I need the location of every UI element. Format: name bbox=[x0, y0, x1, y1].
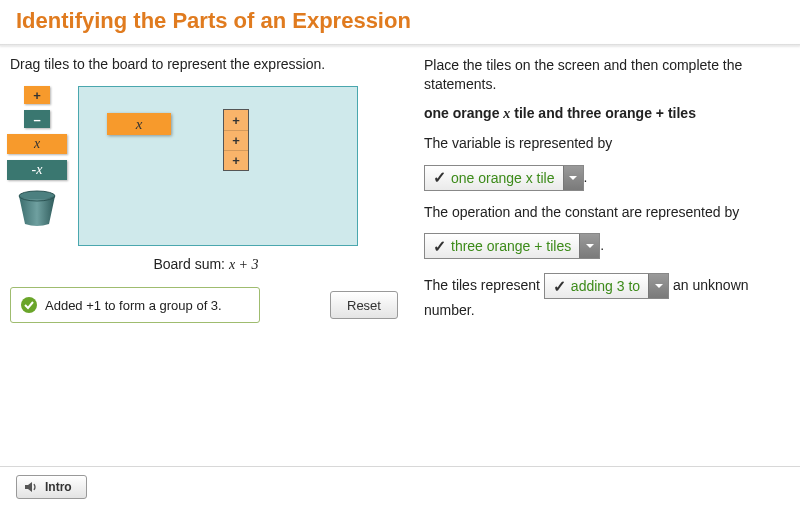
intro-button[interactable]: Intro bbox=[16, 475, 87, 499]
checkmark-icon: ✓ bbox=[433, 168, 446, 187]
bold-statement: one orange x tile and three orange + til… bbox=[424, 104, 784, 124]
placed-plus-1[interactable]: + bbox=[224, 110, 248, 130]
statement-1: The variable is represented by bbox=[424, 134, 784, 153]
board-sum-expr: x + 3 bbox=[229, 257, 259, 272]
select-operation[interactable]: ✓three orange + tiles bbox=[424, 233, 600, 259]
speaker-icon bbox=[23, 479, 39, 495]
left-instruction: Drag tiles to the board to represent the… bbox=[10, 56, 406, 72]
right-instruction: Place the tiles on the screen and then c… bbox=[424, 56, 784, 94]
select-variable[interactable]: ✓one orange x tile bbox=[424, 165, 584, 191]
trash-bucket-icon[interactable] bbox=[15, 190, 59, 226]
board-sum-label: Board sum: bbox=[153, 256, 228, 272]
placed-plus-3[interactable]: + bbox=[224, 150, 248, 170]
feedback-text: Added +1 to form a group of 3. bbox=[45, 298, 222, 313]
checkmark-icon: ✓ bbox=[433, 237, 446, 256]
tile-negx[interactable]: -x bbox=[7, 160, 67, 180]
tile-x[interactable]: x bbox=[7, 134, 67, 154]
checkmark-icon: ✓ bbox=[553, 276, 566, 298]
check-icon bbox=[21, 297, 37, 313]
tile-palette: + – x -x bbox=[6, 86, 68, 226]
chevron-down-icon bbox=[648, 274, 668, 298]
intro-label: Intro bbox=[45, 480, 72, 494]
feedback-message: Added +1 to form a group of 3. bbox=[10, 287, 260, 323]
tile-plus[interactable]: + bbox=[24, 86, 50, 104]
chevron-down-icon bbox=[579, 234, 599, 258]
chevron-down-icon bbox=[563, 166, 583, 190]
page-title: Identifying the Parts of an Expression bbox=[16, 8, 784, 34]
placed-x-tile[interactable]: x bbox=[107, 113, 171, 135]
placed-plus-stack[interactable]: + + + bbox=[223, 109, 249, 171]
tile-minus[interactable]: – bbox=[24, 110, 50, 128]
statement-3: The tiles represent ✓adding 3 to an unkn… bbox=[424, 271, 784, 320]
board-sum: Board sum: x + 3 bbox=[6, 256, 406, 273]
placed-plus-2[interactable]: + bbox=[224, 130, 248, 150]
statement-2: The operation and the constant are repre… bbox=[424, 203, 784, 222]
board-area[interactable]: x + + + bbox=[78, 86, 358, 246]
reset-button[interactable]: Reset bbox=[330, 291, 398, 319]
select-represent[interactable]: ✓adding 3 to bbox=[544, 273, 669, 299]
